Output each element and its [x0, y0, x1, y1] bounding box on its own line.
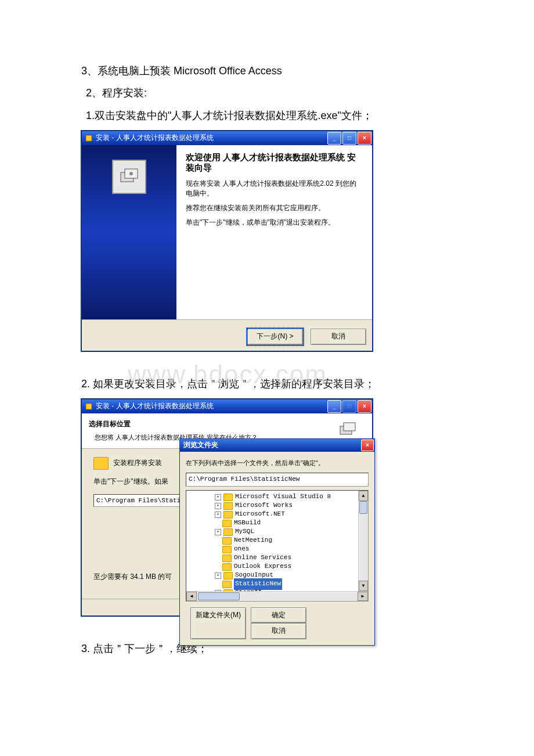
tree-item[interactable]: Outlook Express — [189, 563, 366, 571]
tree-item[interactable]: +MySQL — [189, 528, 366, 537]
tree-item[interactable]: NetMeeting — [189, 537, 366, 545]
maximize-button[interactable]: □ — [342, 132, 356, 145]
wizard-heading: 欢迎使用 人事人才统计报表数据处理系统 安装向导 — [186, 152, 363, 173]
titlebar: 安装 - 人事人才统计报表数据处理系统 _ □ × — [82, 399, 372, 413]
expand-icon — [215, 564, 220, 570]
doc-text-2: 2、程序安装: — [81, 84, 453, 102]
expand-icon[interactable]: + — [215, 503, 221, 509]
expand-icon[interactable]: + — [215, 512, 221, 518]
close-button[interactable]: × — [358, 132, 371, 145]
expand-icon — [215, 547, 220, 552]
install-path-input[interactable]: C:\Program Files\Statis — [93, 494, 181, 507]
browse-instruction: 在下列列表中选择一个文件夹，然后单击"确定"。 — [186, 458, 369, 469]
cancel-button[interactable]: 取消 — [251, 623, 306, 639]
browse-path-input[interactable]: C:\Program Files\StatisticNew — [186, 473, 369, 487]
vertical-scrollbar[interactable]: ▲ ▼ — [358, 491, 368, 591]
folder-icon — [222, 555, 232, 562]
folder-icon — [93, 457, 109, 470]
wizard-text-1: 现在将安装 人事人才统计报表数据处理系统2.02 到您的电脑中。 — [186, 179, 363, 199]
doc-text-3: 1.双击安装盘中的"人事人才统计报表数据处理系统.exe"文件； — [81, 106, 453, 125]
folder-icon — [222, 581, 232, 588]
install-folder-text: 安装程序将安装 — [113, 457, 162, 470]
minimize-button[interactable]: _ — [327, 132, 341, 145]
close-button[interactable]: × — [361, 440, 374, 451]
installer-icon — [84, 134, 93, 143]
expand-icon — [215, 582, 220, 587]
svg-rect-4 — [86, 404, 92, 409]
next-button[interactable]: 下一步(N) > — [247, 329, 303, 345]
svg-rect-0 — [86, 135, 92, 141]
expand-icon[interactable]: + — [215, 573, 221, 579]
expand-icon — [215, 538, 220, 543]
scroll-left-icon[interactable]: ◀ — [186, 592, 197, 601]
installer-wizard-welcome-window: 安装 - 人事人才统计报表数据处理系统 _ □ × 欢迎使用 人事人才统计报表数… — [81, 131, 373, 351]
scroll-right-icon[interactable]: ▶ — [358, 592, 368, 601]
titlebar: 安装 - 人事人才统计报表数据处理系统 _ □ × — [82, 131, 372, 145]
folder-icon — [223, 502, 233, 510]
dialog-title: 浏览文件夹 — [183, 439, 218, 452]
folder-icon — [223, 494, 233, 501]
svg-rect-6 — [344, 423, 355, 431]
scroll-thumb[interactable] — [359, 501, 367, 514]
new-folder-button[interactable]: 新建文件夹(M) — [190, 607, 246, 639]
step-title: 选择目标位置 — [89, 418, 333, 431]
svg-point-3 — [129, 172, 133, 175]
wizard-text-2: 推荐您在继续安装前关闭所有其它应用程序。 — [186, 203, 363, 213]
doc-text-4: 2. 如果更改安装目录，点击＂浏览＂，选择新的程序安装目录； — [81, 375, 453, 393]
scroll-down-icon[interactable]: ▼ — [359, 581, 368, 591]
ok-button[interactable]: 确定 — [251, 607, 306, 624]
folder-icon — [222, 563, 232, 571]
close-button[interactable]: × — [358, 400, 371, 413]
folder-icon — [223, 572, 233, 579]
folder-icon — [222, 537, 232, 545]
folder-tree[interactable]: +Microsoft Visual Studio 8+Microsoft Wor… — [186, 490, 369, 602]
folder-icon — [223, 511, 233, 519]
wizard-text-3: 单击"下一步"继续，或单击"取消"退出安装程序。 — [186, 218, 363, 228]
folder-icon — [223, 528, 233, 536]
folder-icon — [222, 520, 232, 527]
wizard-sidebar-image — [82, 145, 176, 319]
expand-icon — [215, 556, 220, 561]
tree-item[interactable]: +Microsoft.NET — [189, 510, 366, 519]
scroll-up-icon[interactable]: ▲ — [359, 491, 368, 501]
window-title: 安装 - 人事人才统计报表数据处理系统 — [96, 132, 327, 145]
minimize-button[interactable]: _ — [327, 400, 341, 413]
computer-box-icon — [112, 160, 146, 194]
horizontal-scrollbar[interactable]: ◀ ▶ — [186, 591, 368, 601]
doc-text-1: 3、系统电脑上预装 Microsoft Office Access — [81, 62, 453, 80]
maximize-button: □ — [342, 400, 356, 413]
titlebar: 浏览文件夹 × — [180, 439, 374, 452]
cancel-button[interactable]: 取消 — [311, 329, 366, 345]
tree-item[interactable]: StatisticNew — [189, 580, 366, 589]
installer-wizard-location-window: 安装 - 人事人才统计报表数据处理系统 _ □ × 选择目标位置 您想将 人事人… — [81, 399, 373, 616]
expand-icon — [215, 521, 220, 526]
installer-icon — [84, 402, 93, 411]
folder-icon — [222, 546, 232, 553]
scroll-thumb[interactable] — [198, 592, 240, 600]
expand-icon[interactable]: + — [215, 494, 221, 501]
expand-icon[interactable]: + — [215, 529, 221, 535]
browse-folder-dialog: 浏览文件夹 × 在下列列表中选择一个文件夹，然后单击"确定"。 C:\Progr… — [179, 438, 375, 646]
window-title: 安装 - 人事人才统计报表数据处理系统 — [96, 400, 327, 413]
